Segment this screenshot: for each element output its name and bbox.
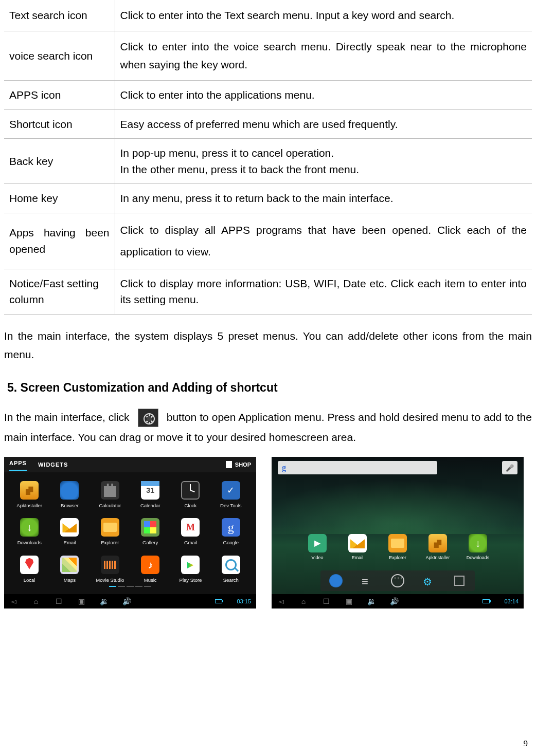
row-desc: Click to enter into the Text search menu…: [115, 0, 532, 31]
voice-search-button[interactable]: [502, 461, 517, 474]
table-row: Shortcut icon Easy access of preferred m…: [4, 109, 532, 139]
back-icon[interactable]: ◅: [9, 597, 17, 605]
app-music[interactable]: Music: [131, 556, 169, 584]
app-browser[interactable]: Browser: [50, 481, 88, 509]
row-desc: Click to enter into the applications men…: [115, 81, 532, 110]
app-search[interactable]: Search: [212, 556, 250, 584]
home-icon[interactable]: ⌂: [299, 597, 308, 605]
screenshot-icon[interactable]: ▣: [345, 597, 353, 605]
app-label: Video: [312, 555, 324, 560]
row-name: Back key: [4, 139, 115, 184]
downloads-icon: [469, 534, 487, 552]
app-apkinstaller[interactable]: ApkInstaller: [423, 534, 452, 562]
app-label: Play Store: [180, 577, 202, 583]
row-name: Home key: [4, 184, 115, 213]
app-label: Email: [64, 540, 76, 545]
dock-settings-icon[interactable]: [422, 574, 435, 587]
app-gmail[interactable]: Gmail: [171, 518, 209, 546]
back-icon[interactable]: ◅: [277, 597, 285, 605]
app-label: Dev Tools: [220, 503, 242, 508]
nav-bar: ◅ ⌂ ☐ ▣ 🔉 🔊 03:14: [272, 594, 524, 609]
row-desc: In pop-up menu, press it to cancel opera…: [115, 139, 532, 184]
vol-up-icon[interactable]: 🔊: [390, 597, 398, 605]
maps-icon: [60, 556, 79, 574]
browser-icon: [60, 481, 79, 500]
app-downloads[interactable]: Downloads: [10, 518, 48, 546]
app-label: Google: [223, 540, 239, 545]
clock-time: 03:14: [504, 597, 519, 606]
clock-time: 03:15: [237, 597, 251, 606]
table-row: Apps having been opened Click to display…: [4, 213, 532, 269]
app-label: Downloads: [467, 555, 490, 560]
app-clock[interactable]: Clock: [171, 481, 209, 509]
apps-topbar: APPS WIDGETS SHOP: [4, 457, 256, 472]
row-desc-line2: In the other menu, press it to back the …: [120, 163, 360, 175]
recent-icon[interactable]: ☐: [55, 597, 63, 605]
recent-icon[interactable]: ☐: [322, 597, 330, 605]
app-playstore[interactable]: Play Store: [171, 556, 209, 584]
app-google[interactable]: Google: [212, 518, 250, 546]
row-desc: Easy access of preferred menu which are …: [115, 109, 532, 139]
app-explorer[interactable]: Explorer: [91, 518, 129, 546]
app-devtools[interactable]: Dev Tools: [212, 481, 250, 509]
app-email[interactable]: Email: [343, 534, 372, 562]
nav-bar: ◅ ⌂ ☐ ▣ 🔉 🔊 03:15: [4, 594, 256, 609]
table-row: Text search icon Click to enter into the…: [4, 0, 532, 31]
table-row: Home key In any menu, press it to return…: [4, 184, 532, 213]
row-name: APPS icon: [4, 81, 115, 110]
app-label: Explorer: [389, 555, 406, 560]
music-icon: [141, 556, 159, 574]
section-heading: 5. Screen Customization and Adding of sh…: [7, 379, 532, 397]
app-calendar[interactable]: Calendar: [131, 481, 169, 509]
shop-button[interactable]: SHOP: [226, 460, 251, 469]
gmail-icon: [181, 518, 200, 537]
app-label: Email: [352, 555, 364, 560]
calendar-icon: [141, 481, 159, 500]
tab-widgets[interactable]: WIDGETS: [38, 460, 68, 469]
devtools-icon: [222, 481, 240, 500]
table-row: APPS icon Click to enter into the applic…: [4, 81, 532, 110]
dock-browser-icon[interactable]: [329, 574, 343, 587]
row-desc: Click to display all APPS programs that …: [115, 213, 532, 269]
vol-down-icon[interactable]: 🔉: [100, 597, 108, 605]
app-explorer[interactable]: Explorer: [383, 534, 412, 562]
app-label: Clock: [185, 503, 197, 508]
vol-up-icon[interactable]: 🔊: [122, 597, 131, 605]
vol-down-icon[interactable]: 🔉: [367, 597, 376, 605]
email-icon: [348, 534, 367, 552]
app-calculator[interactable]: Calculator: [91, 481, 129, 509]
screenshot-home: g Video Email Explorer ApkInstaller Down…: [272, 457, 524, 609]
row-name: voice search icon: [4, 31, 115, 80]
app-label: Gallery: [142, 540, 158, 545]
tab-apps[interactable]: APPS: [9, 459, 27, 471]
dock-menu-icon[interactable]: [360, 574, 373, 587]
email-icon: [60, 518, 79, 537]
para-text-before: In the main interface, click: [4, 411, 130, 423]
app-local[interactable]: Local: [10, 556, 48, 584]
app-maps[interactable]: Maps: [50, 556, 88, 584]
dock-apps-icon[interactable]: [391, 574, 404, 587]
app-apkinstaller[interactable]: ApkInstaller: [10, 481, 48, 509]
app-label: Search: [223, 577, 239, 583]
feature-table: Text search icon Click to enter into the…: [4, 0, 532, 315]
apkinstaller-icon: [20, 481, 39, 500]
google-g-icon: g: [282, 462, 286, 474]
screenshot-icon[interactable]: ▣: [77, 597, 85, 605]
app-gallery[interactable]: Gallery: [131, 518, 169, 546]
search-bar[interactable]: g: [278, 461, 437, 474]
calculator-icon: [101, 481, 119, 500]
home-icon[interactable]: ⌂: [32, 597, 40, 605]
paragraph-customization: In the main interface, click button to o…: [4, 407, 532, 448]
clock-icon: [181, 481, 200, 500]
row-desc: Click to display more information: USB, …: [115, 269, 532, 314]
gallery-icon: [141, 518, 159, 537]
app-downloads[interactable]: Downloads: [463, 534, 492, 562]
app-email[interactable]: Email: [50, 518, 88, 546]
battery-icon: [483, 599, 490, 603]
explorer-icon: [388, 534, 407, 552]
battery-icon: [215, 599, 222, 603]
dock-widget-icon[interactable]: [453, 574, 466, 587]
app-moviestudio[interactable]: Movie Studio: [91, 556, 129, 584]
app-video[interactable]: Video: [303, 534, 332, 562]
screenshots-row: APPS WIDGETS SHOP ApkInstaller Browser C…: [4, 457, 532, 609]
